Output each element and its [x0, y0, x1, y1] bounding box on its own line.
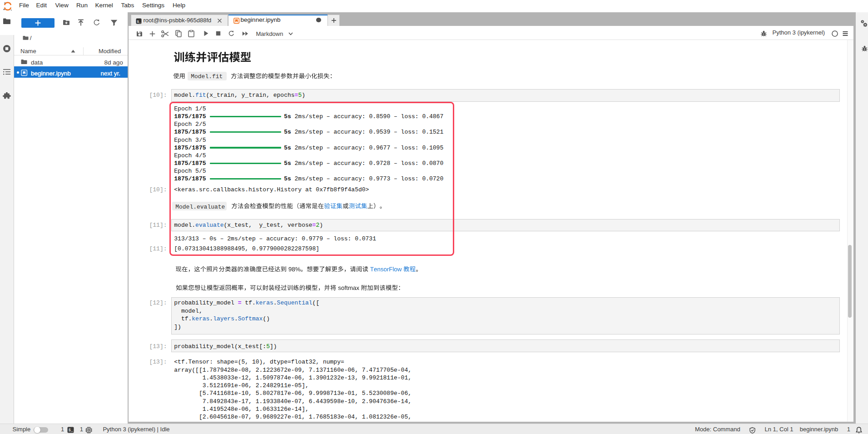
svg-text:$_: $_	[68, 428, 73, 433]
svg-text:$_: $_	[137, 19, 141, 23]
